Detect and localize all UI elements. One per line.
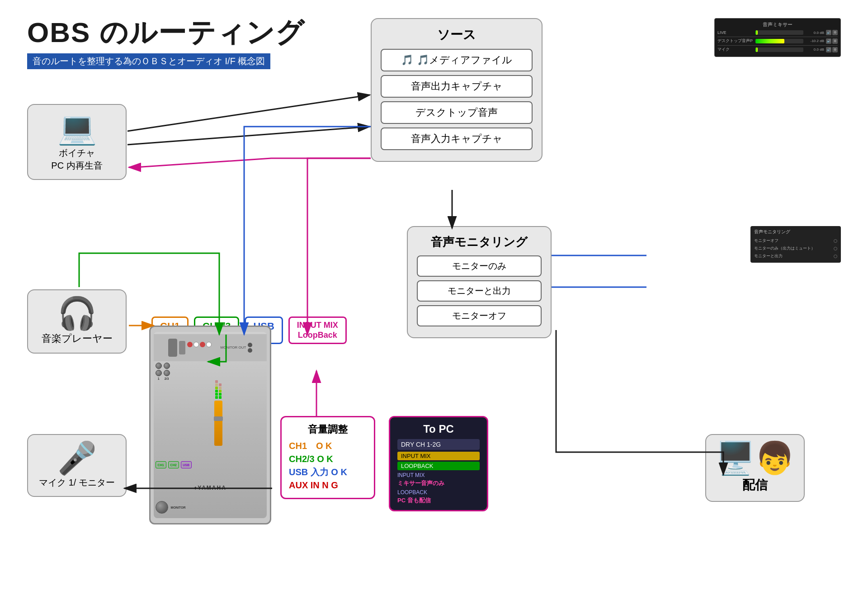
monitoring-item-and-output: モニターと出力 [417, 280, 542, 302]
arrow-desktop-to-usb [244, 127, 371, 335]
obs-mixer-thumbnail: 音声ミキサー LIVE 0.0 dB 🔊 ⚙ デスクトップ音声P -10.2 d… [714, 18, 841, 57]
led-meters [215, 363, 222, 399]
gain-knob-ch1 [156, 363, 162, 369]
obs-monitoring-title: 音声モニタリング [754, 229, 837, 235]
led-yellow-1 [215, 387, 218, 389]
arrow-voice-to-desktop [127, 127, 370, 145]
obs-mixer-bar-mic-fill [755, 47, 758, 52]
obs-mixer-row-mic: マイク 0.0 dB 🔊 ⚙ [717, 47, 838, 52]
ch23-strip-label: 2/3 [165, 377, 169, 380]
obs-mixer-label-mic: マイク [717, 47, 754, 52]
ch1-strip-label: 1 [158, 377, 160, 380]
eq-knob-ch23 [164, 370, 170, 376]
radio-dot-only [834, 247, 837, 250]
gear-icon[interactable]: ⚙ [832, 30, 838, 35]
headphone-jacks [248, 343, 252, 353]
yamaha-logo: ♦YAMAHA [194, 485, 226, 491]
arrow-monitoring-to-delivery [556, 330, 723, 475]
obs-mixer-val-desktop: -10.2 dB [805, 39, 824, 43]
ch-purple-box: USB [181, 461, 192, 468]
topc-dry-label: DRY CH 1-2G [397, 439, 480, 450]
mixer-device: MONITOR OUT 1 2/3 [149, 326, 271, 524]
media-icon: 🎵 [401, 54, 413, 66]
fader-knob [214, 416, 223, 421]
monitor-out-label: MONITOR OUT [221, 345, 246, 350]
rca-connectors [187, 342, 219, 353]
led-red-r1 [219, 383, 222, 386]
led-green-r2 [219, 393, 222, 396]
mixer-device-inner: MONITOR OUT 1 2/3 [154, 332, 267, 518]
topc-title: To PC [397, 423, 480, 435]
delivery-icon: 🖥️👦 [713, 442, 797, 474]
rca-red2 [200, 342, 205, 347]
obs-mixer-bar-live [755, 30, 803, 35]
led-green-1 [215, 396, 218, 399]
obs-mixer-icons-live: 🔊 ⚙ [826, 30, 838, 35]
main-title: OBS のルーティング [27, 14, 305, 52]
headphone-jack [248, 343, 252, 347]
ch-green-box: CH1 [156, 461, 166, 468]
obs-mixer-val-live: 0.0 dB [805, 31, 824, 35]
monitoring-box: 音声モニタリング モニターのみ モニターと出力 モニターオフ [407, 226, 552, 338]
source-box-title: ソース [381, 26, 533, 43]
obs-mixer-row-desktop: デスクトップ音声P -10.2 dB 🔊 ⚙ [717, 38, 838, 44]
mic-label: マイク 1/ モニター [35, 477, 118, 489]
gain-knob-ch23 [164, 363, 170, 369]
volume-icon-2[interactable]: 🔊 [826, 38, 831, 44]
monitor-label: MONITOR [171, 506, 186, 509]
topc-box: To PC DRY CH 1-2G INPUT MIX LOOPBACK INP… [389, 416, 488, 511]
monitoring-item-only: モニターのみ [417, 255, 542, 277]
source-item-audio-output: 音声出力キャプチャ [381, 75, 533, 98]
delivery-box: 🖥️👦 配信 [705, 434, 805, 502]
source-item-desktop-label: デスクトップ音声 [415, 106, 498, 119]
source-box: ソース 🎵 🎵メディアファイル 音声出力キャプチャ デスクトップ音声 音声入力キ… [371, 18, 542, 162]
obs-mon-row-and-output: モニターと出力 [754, 252, 837, 260]
sub-title: 音のルートを整理する為のＯＢＳとオーディオ I/F 概念図 [27, 53, 270, 69]
rca-red [187, 342, 193, 347]
radio-dot-and-output [834, 255, 837, 258]
obs-mixer-val-mic: 0.0 dB [805, 47, 824, 52]
obs-mixer-bar-mic [755, 47, 803, 52]
volume-icon-3[interactable]: 🔊 [826, 47, 831, 52]
gear-icon-2[interactable]: ⚙ [832, 38, 838, 44]
bottom-controls: MONITOR [156, 501, 265, 514]
eq-knob-ch1 [156, 370, 162, 376]
mic-box: 🎤 マイク 1/ モニター [27, 434, 127, 497]
volume-icon[interactable]: 🔊 [826, 30, 831, 35]
topc-loopback-label: LOOPBACK [397, 462, 480, 470]
divider [717, 37, 838, 37]
rca-white [193, 342, 199, 347]
obs-mixer-bar-live-fill [755, 30, 758, 35]
source-item-media: 🎵 🎵メディアファイル [381, 49, 533, 71]
obs-mon-row-off: モニターオフ [754, 237, 837, 245]
obs-mixer-bar-desktop-fill [755, 39, 784, 43]
music-player-box: 🎧 音楽プレーヤー [27, 289, 127, 354]
obs-mixer-icons-mic: 🔊 ⚙ [826, 47, 838, 52]
topc-input-mix-label: INPUT MIX [397, 452, 480, 460]
gear-icon-3[interactable]: ⚙ [832, 47, 838, 52]
topc-input-mix-note-title: INPUT MIX [397, 472, 480, 478]
source-item-desktop: デスクトップ音声 [381, 101, 533, 124]
xlr-connector [168, 339, 177, 357]
topc-loopback-note: PC 音も配信 [397, 496, 480, 505]
volume-row-aux: AUX IN N G [289, 480, 367, 491]
obs-mixer-bar-desktop [755, 39, 803, 43]
led-green-3 [215, 390, 218, 392]
volume-row-ch2: CH2/3 O K [289, 454, 367, 464]
obs-mixer-row-live: LIVE 0.0 dB 🔊 ⚙ [717, 30, 838, 35]
obs-mixer-icons-desktop: 🔊 ⚙ [826, 38, 838, 44]
topc-loopback-note-title: LOOPBACK [397, 489, 480, 496]
led-yellow-r1 [219, 390, 222, 392]
headphone-jack-2 [248, 348, 252, 353]
music-player-label: 音楽プレーヤー [35, 332, 118, 345]
ch-green-box-2: CH2 [168, 461, 179, 468]
volume-box-title: 音量調整 [289, 423, 367, 436]
radio-dot-off [834, 239, 837, 243]
ch1-strip: 1 [156, 363, 162, 446]
connector-row: MONITOR OUT [154, 334, 267, 361]
ch-colored-labels: CH1 CH2 USB [156, 461, 192, 468]
jack-connector [179, 341, 185, 354]
ch23-strip: 2/3 [164, 363, 170, 446]
obs-monitoring-thumbnail: 音声モニタリング モニターオフ モニターのみ（出力はミュート） モニターと出力 [750, 226, 841, 263]
led-red-1 [215, 380, 218, 383]
